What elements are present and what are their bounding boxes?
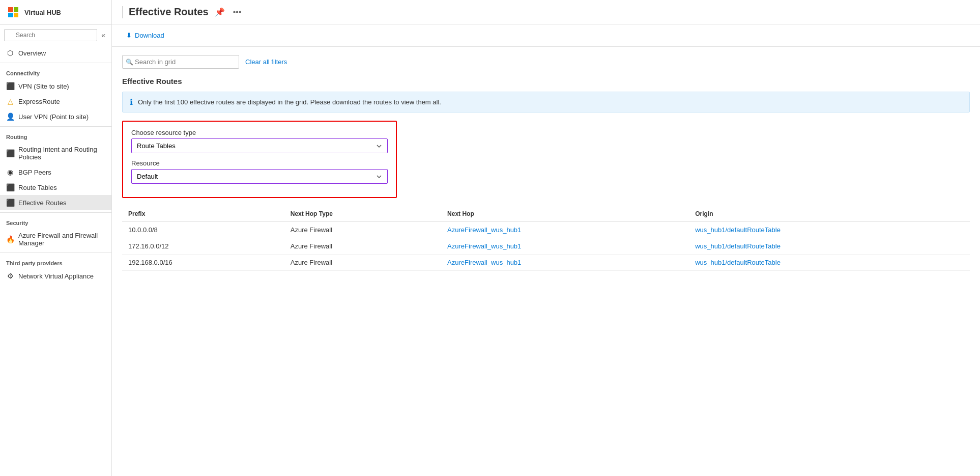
table-body: 10.0.0.0/8 Azure Firewall AzureFirewall_… <box>122 222 970 271</box>
search-grid-input[interactable] <box>122 55 239 69</box>
origin-link: wus_hub1/defaultRouteTable <box>695 226 781 234</box>
toolbar: ⬇ Download <box>112 24 980 47</box>
sidebar-item-user-vpn-label: User VPN (Point to site) <box>18 113 89 121</box>
connectivity-section-label: Connectivity <box>0 65 111 78</box>
cell-next-hop-type: Azure Firewall <box>284 255 441 271</box>
sidebar-item-expressroute[interactable]: △ ExpressRoute <box>0 94 111 109</box>
cell-origin[interactable]: wus_hub1/defaultRouteTable <box>689 238 970 255</box>
sidebar: Virtual HUB 🔍 « ⬡ Overview Connectivity … <box>0 0 112 476</box>
route-tables-icon: ⬛ <box>6 183 14 191</box>
sidebar-item-effective-routes-label: Effective Routes <box>18 199 66 207</box>
pin-icon: 📌 <box>215 7 225 17</box>
header-divider <box>122 6 123 18</box>
cell-prefix: 192.168.0.0/16 <box>122 255 284 271</box>
sidebar-search-row: 🔍 « <box>0 25 111 45</box>
effective-routes-icon: ⬛ <box>6 199 14 207</box>
table-row: 10.0.0.0/8 Azure Firewall AzureFirewall_… <box>122 222 970 238</box>
sidebar-item-azure-firewall[interactable]: 🔥 Azure Firewall and Firewall Manager <box>0 228 111 250</box>
page-title: Effective Routes <box>129 6 209 18</box>
col-next-hop: Next Hop <box>441 206 689 222</box>
sidebar-item-routing-intent[interactable]: ⬛ Routing Intent and Routing Policies <box>0 142 111 164</box>
info-icon: ℹ <box>130 97 133 107</box>
overview-icon: ⬡ <box>6 49 14 57</box>
main-content: Effective Routes 📌 ••• ⬇ Download 🔍 Clea… <box>112 0 980 476</box>
more-options-button[interactable]: ••• <box>231 6 244 19</box>
sidebar-item-user-vpn[interactable]: 👤 User VPN (Point to site) <box>0 109 111 124</box>
cell-prefix: 172.16.0.0/12 <box>122 238 284 255</box>
table-header: Prefix Next Hop Type Next Hop Origin <box>122 206 970 222</box>
app-title: Virtual HUB <box>24 9 61 16</box>
info-banner: ℹ Only the first 100 effective routes ar… <box>122 92 970 113</box>
sidebar-item-overview[interactable]: ⬡ Overview <box>0 45 111 61</box>
sidebar-item-route-tables-label: Route Tables <box>18 184 57 191</box>
sidebar-collapse-button[interactable]: « <box>99 29 107 41</box>
security-section-label: Security <box>0 215 111 228</box>
search-grid-wrap: 🔍 <box>122 55 239 69</box>
azure-firewall-icon: 🔥 <box>6 235 14 243</box>
page-header: Effective Routes 📌 ••• <box>112 0 980 24</box>
expressroute-icon: △ <box>6 97 14 105</box>
resource-type-select[interactable]: Route Tables VPN Gateways ExpressRoute G… <box>131 138 388 153</box>
col-next-hop-type: Next Hop Type <box>284 206 441 222</box>
vpn-icon: ⬛ <box>6 82 14 90</box>
col-origin: Origin <box>689 206 970 222</box>
cell-prefix: 10.0.0.0/8 <box>122 222 284 238</box>
info-message: Only the first 100 effective routes are … <box>138 98 441 106</box>
content-area: 🔍 Clear all filters Effective Routes ℹ O… <box>112 47 980 476</box>
table-row: 172.16.0.0/12 Azure Firewall AzureFirewa… <box>122 238 970 255</box>
nva-icon: ⚙ <box>6 272 14 280</box>
clear-filters-link[interactable]: Clear all filters <box>245 58 287 66</box>
sidebar-header: Virtual HUB <box>0 0 111 25</box>
cell-next-hop-type: Azure Firewall <box>284 222 441 238</box>
next-hop-link: AzureFirewall_wus_hub1 <box>447 226 521 234</box>
sidebar-item-bgp-peers-label: BGP Peers <box>18 169 51 176</box>
cell-next-hop[interactable]: AzureFirewall_wus_hub1 <box>441 222 689 238</box>
sidebar-item-nva[interactable]: ⚙ Network Virtual Appliance <box>0 268 111 284</box>
origin-link: wus_hub1/defaultRouteTable <box>695 242 781 250</box>
sidebar-item-vpn[interactable]: ⬛ VPN (Site to site) <box>0 78 111 94</box>
resource-type-label: Choose resource type <box>131 129 388 136</box>
download-icon: ⬇ <box>126 32 132 39</box>
sidebar-item-overview-label: Overview <box>18 49 46 57</box>
bgp-icon: ◉ <box>6 168 14 176</box>
cell-next-hop-type: Azure Firewall <box>284 238 441 255</box>
sidebar-item-expressroute-label: ExpressRoute <box>18 98 60 105</box>
third-party-section-label: Third party providers <box>0 255 111 268</box>
section-title: Effective Routes <box>122 77 970 86</box>
sidebar-item-azure-firewall-label: Azure Firewall and Firewall Manager <box>18 232 105 247</box>
sidebar-item-bgp-peers[interactable]: ◉ BGP Peers <box>0 164 111 180</box>
user-vpn-icon: 👤 <box>6 113 14 121</box>
resource-label: Resource <box>131 159 388 167</box>
sidebar-search-input[interactable] <box>4 29 97 41</box>
search-grid-icon: 🔍 <box>126 59 133 66</box>
download-button[interactable]: ⬇ Download <box>122 30 168 41</box>
download-label: Download <box>135 32 164 39</box>
routes-table: Prefix Next Hop Type Next Hop Origin 10.… <box>122 206 970 271</box>
cell-origin[interactable]: wus_hub1/defaultRouteTable <box>689 222 970 238</box>
resource-selector-box: Choose resource type Route Tables VPN Ga… <box>122 121 397 198</box>
sidebar-item-effective-routes[interactable]: ⬛ Effective Routes <box>0 195 111 210</box>
sidebar-item-routing-intent-label: Routing Intent and Routing Policies <box>18 146 105 161</box>
cell-origin[interactable]: wus_hub1/defaultRouteTable <box>689 255 970 271</box>
next-hop-link: AzureFirewall_wus_hub1 <box>447 242 521 250</box>
next-hop-link: AzureFirewall_wus_hub1 <box>447 259 521 266</box>
resource-select[interactable]: Default <box>131 169 388 184</box>
pin-button[interactable]: 📌 <box>213 5 227 19</box>
routing-section-label: Routing <box>0 129 111 142</box>
table-row: 192.168.0.0/16 Azure Firewall AzureFirew… <box>122 255 970 271</box>
sidebar-item-vpn-label: VPN (Site to site) <box>18 82 69 90</box>
cell-next-hop[interactable]: AzureFirewall_wus_hub1 <box>441 255 689 271</box>
filter-row: 🔍 Clear all filters <box>122 55 970 69</box>
cell-next-hop[interactable]: AzureFirewall_wus_hub1 <box>441 238 689 255</box>
sidebar-search-wrap: 🔍 <box>4 29 97 41</box>
more-icon: ••• <box>233 8 242 17</box>
sidebar-item-route-tables[interactable]: ⬛ Route Tables <box>0 180 111 195</box>
origin-link: wus_hub1/defaultRouteTable <box>695 259 781 266</box>
routing-intent-icon: ⬛ <box>6 149 14 157</box>
col-prefix: Prefix <box>122 206 284 222</box>
app-logo <box>6 5 20 19</box>
sidebar-item-nva-label: Network Virtual Appliance <box>18 272 94 280</box>
